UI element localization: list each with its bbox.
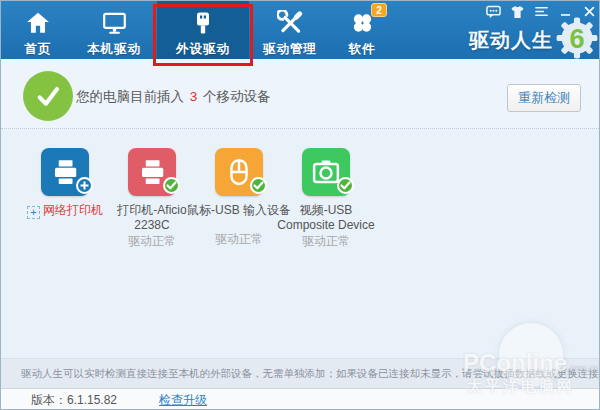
network-printer-icon — [41, 148, 89, 196]
theme-skin-icon[interactable] — [510, 5, 525, 18]
monitor-icon — [101, 8, 128, 38]
usb-icon — [191, 8, 215, 38]
tab-label: 驱动管理 — [263, 41, 317, 58]
tab-peripheral-drivers[interactable]: 外设驱动 — [157, 1, 249, 59]
title-bar: 首页 本机驱动 外设驱动 — [1, 1, 600, 59]
tab-software[interactable]: 软件 2 — [331, 1, 393, 59]
driver-status: 驱动正常 — [264, 233, 388, 250]
success-check-icon — [23, 71, 73, 121]
driver-ok-badge-icon — [336, 176, 355, 199]
tip-text: 驱动人生可以实时检测直接连接至本机的外部设备，无需单独添加；如果设备已连接却未显… — [1, 367, 600, 381]
feedback-icon[interactable] — [486, 5, 501, 18]
device-count: 3 — [188, 89, 200, 104]
status-suffix: 个移动设备 — [203, 89, 271, 104]
camera-icon — [302, 148, 350, 196]
tip-bar: 驱动人生可以实时检测直接连接至本机的外部设备，无需单独添加；如果设备已连接却未显… — [1, 358, 600, 388]
rescan-button[interactable]: 重新检测 — [507, 84, 581, 112]
tab-local-drivers[interactable]: 本机驱动 — [71, 1, 157, 59]
printer-icon — [128, 148, 176, 196]
status-message: 您的电脑目前插入 3 个移动设备 — [76, 88, 271, 106]
home-icon — [25, 8, 51, 38]
device-name: 视频-USBComposite Device — [264, 203, 388, 233]
mouse-icon — [215, 148, 263, 196]
tab-label: 外设驱动 — [176, 41, 230, 58]
menu-icon[interactable] — [534, 5, 549, 18]
device-card-video[interactable]: 视频-USBComposite Device 驱动正常 — [264, 148, 388, 250]
svg-text:6: 6 — [569, 23, 584, 54]
main-nav: 首页 本机驱动 外设驱动 — [5, 1, 393, 59]
tab-label: 软件 — [349, 41, 376, 58]
tab-label: 本机驱动 — [87, 41, 141, 58]
check-update-link[interactable]: 检查升级 — [159, 392, 207, 409]
tab-home[interactable]: 首页 — [5, 1, 71, 59]
status-prefix: 您的电脑目前插入 — [76, 89, 184, 104]
device-list: +网络打印机 打印机-Aficio2238C 驱动正常 — [1, 129, 600, 358]
software-update-badge: 2 — [371, 3, 387, 17]
footer-bar: 版本：6.1.15.82 检查升级 — [1, 388, 600, 410]
tab-driver-management[interactable]: 驱动管理 — [249, 1, 331, 59]
status-section: 您的电脑目前插入 3 个移动设备 重新检测 — [1, 59, 600, 129]
tools-icon — [277, 8, 304, 38]
plus-icon: + — [27, 206, 40, 219]
tab-label: 首页 — [25, 41, 52, 58]
version-text: 版本：6.1.15.82 — [31, 392, 117, 409]
app-logo-gear-icon: 6 — [556, 17, 598, 63]
app-logo-text: 驱动人生 — [469, 27, 553, 54]
